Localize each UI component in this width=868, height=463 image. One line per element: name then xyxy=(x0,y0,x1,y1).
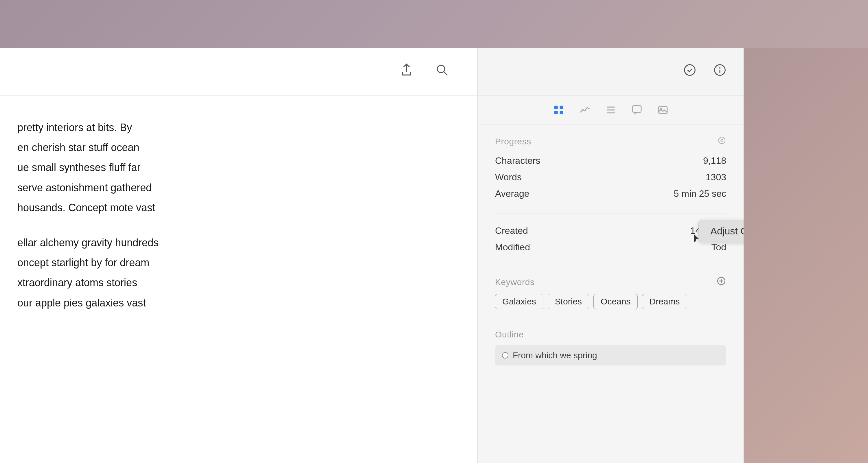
svg-rect-14 xyxy=(658,106,667,113)
stat-characters: Characters 9,118 xyxy=(495,153,726,169)
text-line: en cherish star stuff ocean xyxy=(18,138,460,156)
keyword-galaxies[interactable]: Galaxies xyxy=(495,294,544,309)
svg-point-17 xyxy=(721,139,723,142)
text-line: xtraordinary atoms stories xyxy=(18,274,460,291)
outline-item[interactable]: From which we spring xyxy=(495,345,726,366)
tabs-row xyxy=(478,95,744,124)
badge-icon[interactable] xyxy=(683,64,696,79)
outline-header: Outline xyxy=(495,330,726,339)
progress-header: Progress xyxy=(495,136,726,147)
outline-title: Outline xyxy=(495,330,524,339)
outline-section: Outline From which we spring xyxy=(495,330,726,366)
stat-value-characters: 9,118 xyxy=(703,155,726,166)
svg-line-1 xyxy=(444,72,447,75)
stat-words: Words 1303 xyxy=(495,169,726,185)
document-text: pretty interiors at bits. By en cherish … xyxy=(0,95,477,337)
modified-value: Tod xyxy=(711,242,726,253)
add-keyword-icon[interactable] xyxy=(716,276,726,288)
keyword-stories[interactable]: Stories xyxy=(548,294,589,309)
created-label: Created xyxy=(495,225,528,236)
keywords-section: Keywords Galaxies Stories Oceans Dreams xyxy=(495,276,726,309)
svg-point-2 xyxy=(685,65,695,75)
svg-point-0 xyxy=(437,65,445,73)
text-line: pretty interiors at bits. By xyxy=(18,119,460,136)
progress-title: Progress xyxy=(495,136,531,147)
keywords-title: Keywords xyxy=(495,277,535,287)
text-line: housands. Concept mote vast xyxy=(18,199,460,216)
tab-chart[interactable] xyxy=(579,104,591,118)
stat-label-average: Average xyxy=(495,188,529,199)
dates-section: Created 14/02/20 Adjust Creation Date xyxy=(495,222,726,255)
stat-value-average: 5 min 25 sec xyxy=(674,188,726,199)
panel-content: Progress Characters 9,118 Words 1303 xyxy=(478,124,744,463)
stat-average: Average 5 min 25 sec xyxy=(495,185,726,202)
progress-settings-icon[interactable] xyxy=(717,136,726,147)
keyword-dreams[interactable]: Dreams xyxy=(642,294,687,309)
svg-marker-18 xyxy=(694,234,699,242)
svg-rect-6 xyxy=(554,105,558,109)
stat-label-words: Words xyxy=(495,172,522,183)
tab-comments[interactable] xyxy=(631,104,643,118)
keywords-header: Keywords xyxy=(495,276,726,288)
info-icon[interactable] xyxy=(713,64,726,79)
tab-media[interactable] xyxy=(657,104,669,118)
text-line: serve astonishment gathered xyxy=(18,179,460,196)
outline-radio xyxy=(502,352,508,359)
svg-rect-9 xyxy=(560,111,563,114)
keywords-tags: Galaxies Stories Oceans Dreams xyxy=(495,294,726,309)
svg-point-16 xyxy=(719,137,725,144)
left-panel: pretty interiors at bits. By en cherish … xyxy=(0,48,477,463)
text-line: ellar alchemy gravity hundreds xyxy=(18,234,460,251)
adjust-creation-date-tooltip[interactable]: Adjust Creation Date xyxy=(699,220,744,242)
text-line: oncept starlight by for dream xyxy=(18,254,460,272)
svg-rect-7 xyxy=(560,105,563,109)
keyword-oceans[interactable]: Oceans xyxy=(593,294,638,309)
share-icon[interactable] xyxy=(400,63,412,80)
divider-3 xyxy=(495,320,726,321)
modified-row: Modified Tod xyxy=(495,239,726,255)
svg-rect-8 xyxy=(554,111,558,114)
text-line: ue small syntheses fluff far xyxy=(18,159,460,176)
stat-value-words: 1303 xyxy=(706,172,726,183)
outline-item-text: From which we spring xyxy=(513,350,597,360)
modified-label: Modified xyxy=(495,242,530,253)
tab-grid[interactable] xyxy=(553,104,564,118)
progress-section: Progress Characters 9,118 Words 1303 xyxy=(495,136,726,202)
tab-list[interactable] xyxy=(605,104,617,118)
right-toolbar xyxy=(478,48,744,95)
text-line: our apple pies galaxies vast xyxy=(18,294,460,312)
svg-rect-13 xyxy=(632,105,641,112)
created-row: Created 14/02/20 Adjust Creation Date xyxy=(495,222,726,239)
search-icon[interactable] xyxy=(436,64,448,79)
stat-label-characters: Characters xyxy=(495,155,540,166)
divider-1 xyxy=(495,214,726,214)
left-toolbar xyxy=(0,48,477,95)
right-panel: Progress Characters 9,118 Words 1303 xyxy=(477,48,744,463)
